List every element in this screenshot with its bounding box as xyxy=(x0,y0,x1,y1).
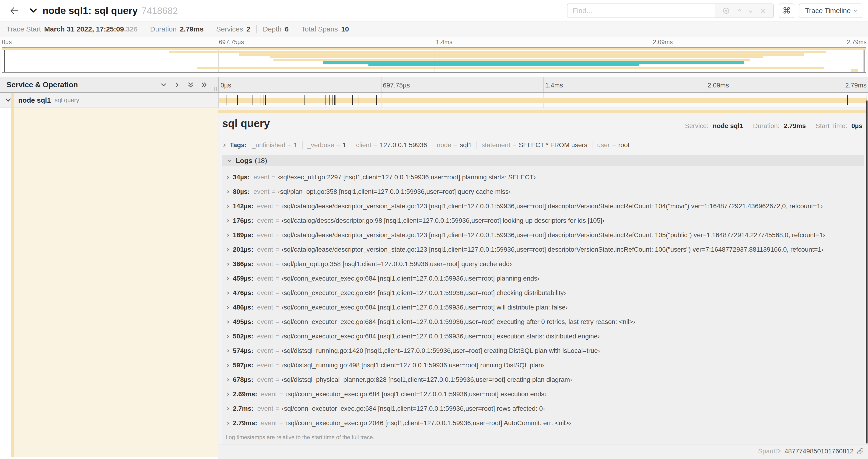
expand-log-chevron-icon[interactable] xyxy=(226,364,229,367)
expand-log-chevron-icon[interactable] xyxy=(226,306,229,309)
span-timeline-cell[interactable] xyxy=(218,93,868,108)
expand-all-icon[interactable] xyxy=(201,81,208,88)
expand-log-chevron-icon[interactable] xyxy=(226,407,229,410)
expand-log-chevron-icon[interactable] xyxy=(226,248,229,251)
log-marker[interactable] xyxy=(352,95,353,105)
keyboard-shortcuts-button[interactable]: ⌘ xyxy=(779,3,794,18)
log-marker[interactable] xyxy=(334,95,335,105)
log-entry[interactable]: 502µs: event = ‹sql/conn_executor_exec.g… xyxy=(225,329,864,343)
log-field-key: event xyxy=(257,362,273,369)
back-button[interactable] xyxy=(8,4,21,17)
tag-key: client xyxy=(356,141,371,149)
expand-log-chevron-icon[interactable] xyxy=(226,277,229,280)
log-field-value: ‹sql/conn_executor_exec.go:684 [nsql1,cl… xyxy=(282,275,539,282)
log-entry[interactable]: 2.79ms: event = ‹sql/conn_executor_exec.… xyxy=(225,416,864,430)
logs-title: Logs xyxy=(236,157,252,165)
collapse-trace-header-button[interactable] xyxy=(29,8,37,13)
expand-log-chevron-icon[interactable] xyxy=(226,176,229,179)
clear-find-icon[interactable] xyxy=(761,8,766,13)
log-entry[interactable]: 176µs: event = ‹sql/catalog/descs/descri… xyxy=(225,214,864,228)
log-marker[interactable] xyxy=(847,95,848,105)
expand-log-chevron-icon[interactable] xyxy=(226,422,229,425)
expand-log-chevron-icon[interactable] xyxy=(226,378,229,381)
logs-header[interactable]: Logs (18) xyxy=(222,155,864,166)
log-entry[interactable]: 597µs: event = ‹sql/distsql_running.go:4… xyxy=(225,358,864,372)
expand-tags-chevron-icon[interactable] xyxy=(222,143,226,147)
log-entry[interactable]: 80µs: event = ‹sql/plan_opt.go:358 [nsql… xyxy=(225,185,864,199)
log-marker[interactable] xyxy=(336,95,336,105)
span-name-cell[interactable]: node sql1 sql query xyxy=(0,93,218,108)
log-field-key: event xyxy=(257,376,273,384)
log-marker[interactable] xyxy=(265,95,266,105)
expand-log-chevron-icon[interactable] xyxy=(226,349,229,352)
expand-log-chevron-icon[interactable] xyxy=(226,393,229,396)
log-timestamp: 34µs: xyxy=(233,173,250,181)
log-entry[interactable]: 366µs: event = ‹sql/plan_opt.go:358 [nsq… xyxy=(225,257,864,271)
log-entry[interactable]: 142µs: event = ‹sql/catalog/lease/descri… xyxy=(225,199,864,214)
log-marker[interactable] xyxy=(304,95,305,105)
range-scrubber-right[interactable] xyxy=(864,47,865,72)
span-meta-item: Start Time: 0µs xyxy=(811,122,862,130)
focus-match-icon[interactable] xyxy=(723,8,729,14)
log-timestamp: 176µs: xyxy=(233,217,253,224)
expand-one-icon[interactable] xyxy=(174,81,180,88)
previous-match-icon[interactable] xyxy=(737,9,741,12)
tags-label: Tags: xyxy=(230,141,247,149)
log-entry[interactable]: 476µs: event = ‹sql/conn_executor_exec.g… xyxy=(225,286,864,300)
log-marker[interactable] xyxy=(332,95,333,105)
next-match-icon[interactable] xyxy=(749,9,752,12)
expand-log-chevron-icon[interactable] xyxy=(226,321,229,324)
log-entry[interactable]: 486µs: event = ‹sql/conn_executor_exec.g… xyxy=(225,300,864,315)
expand-log-chevron-icon[interactable] xyxy=(226,263,229,266)
log-entry[interactable]: 201µs: event = ‹sql/catalog/lease/descri… xyxy=(225,242,864,257)
log-marker[interactable] xyxy=(226,95,227,105)
expand-log-chevron-icon[interactable] xyxy=(226,190,229,193)
log-marker[interactable] xyxy=(845,95,845,105)
log-marker[interactable] xyxy=(330,95,330,105)
range-scrubber-left[interactable] xyxy=(4,47,5,72)
expand-log-chevron-icon[interactable] xyxy=(226,205,229,208)
log-entry[interactable]: 678µs: event = ‹sql/distsql_physical_pla… xyxy=(225,372,864,387)
expand-log-chevron-icon[interactable] xyxy=(226,335,229,338)
minimap-canvas[interactable] xyxy=(2,47,866,73)
find-input[interactable] xyxy=(567,4,715,18)
log-entry[interactable]: 495µs: event = ‹sql/conn_executor_exec.g… xyxy=(225,315,864,329)
log-marker[interactable] xyxy=(252,95,252,105)
column-resizer-handle[interactable] xyxy=(214,87,217,91)
collapse-one-icon[interactable] xyxy=(160,81,167,88)
detail-span-bar[interactable] xyxy=(218,110,867,113)
span-duration-bar[interactable] xyxy=(219,98,867,103)
collapse-children-chevron-icon[interactable] xyxy=(5,98,11,104)
log-entry[interactable]: 459µs: event = ‹sql/conn_executor_exec.g… xyxy=(225,271,864,286)
time-tick-label: 0µs xyxy=(219,81,231,89)
log-marker[interactable] xyxy=(263,95,264,105)
expand-log-chevron-icon[interactable] xyxy=(226,219,229,222)
collapse-all-icon[interactable] xyxy=(187,81,194,88)
span-row[interactable]: node sql1 sql query xyxy=(0,93,868,108)
detail-scrollbar[interactable] xyxy=(866,100,868,444)
log-entry[interactable]: 574µs: event = ‹sql/distsql_running.go:1… xyxy=(225,343,864,358)
time-tick-label: 697.75µs xyxy=(381,81,410,89)
deep-link-icon[interactable] xyxy=(857,448,864,455)
log-marker[interactable] xyxy=(237,95,238,105)
stat-label: Trace Start xyxy=(6,25,41,33)
log-entry[interactable]: 189µs: event = ‹sql/catalog/lease/descri… xyxy=(225,228,864,242)
log-entry[interactable]: 34µs: event = ‹sql/exec_util.go:2297 [ns… xyxy=(225,170,864,185)
log-field-value: ‹sql/conn_executor_exec.go:684 [nsql1,cl… xyxy=(282,318,636,326)
tags-row[interactable]: Tags: _unfinished = 1 _verbose xyxy=(223,141,864,149)
log-marker[interactable] xyxy=(326,95,326,105)
log-field-value: ‹sql/catalog/lease/descriptor_version_st… xyxy=(282,202,823,210)
expand-log-chevron-icon[interactable] xyxy=(226,234,229,237)
log-marker[interactable] xyxy=(358,95,359,105)
log-timestamp: 201µs: xyxy=(233,246,253,253)
log-marker[interactable] xyxy=(376,95,377,105)
page-title: node sql1: sql query xyxy=(42,5,138,16)
tag-key: _verbose xyxy=(307,141,334,149)
collapse-logs-chevron-icon[interactable] xyxy=(227,158,231,162)
trace-view-selector[interactable]: Trace Timeline xyxy=(799,3,862,18)
expand-log-chevron-icon[interactable] xyxy=(226,292,229,295)
log-entry[interactable]: 2.69ms: event = ‹sql/conn_executor_exec.… xyxy=(225,387,864,401)
log-entry[interactable]: 2.7ms: event = ‹sql/conn_executor_exec.g… xyxy=(225,401,864,416)
log-field-key: event xyxy=(261,390,277,398)
log-marker[interactable] xyxy=(260,95,260,105)
